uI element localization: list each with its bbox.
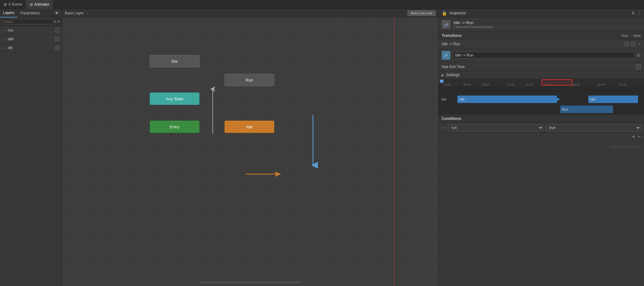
transition-list-row[interactable]: Idle -> Run − [439, 40, 644, 48]
auto-live-link-button[interactable]: Auto Live Link [407, 10, 436, 16]
parameter-list: — run — idle — die [0, 26, 62, 286]
node-run[interactable]: Run [224, 74, 274, 86]
transition-editor-row: ⇄ ⚙ [439, 48, 644, 62]
conditions-title: Conditions [442, 116, 461, 121]
has-exit-time-label: Has Exit Time [442, 65, 633, 69]
param-dash: — [2, 37, 6, 41]
transition-solo-checkbox[interactable] [624, 42, 629, 46]
remove-transition-button[interactable]: − [638, 42, 641, 47]
section-right-labels: Solo Mute [622, 34, 641, 37]
breadcrumb-base-layer[interactable]: Base Layer [65, 11, 84, 15]
settings-collapse-arrow: ▶ [442, 73, 444, 77]
timeline-separator-row [439, 86, 644, 94]
left-panel: Layers Parameters 👁 + ▼ — run — idle [0, 9, 62, 286]
conditions-section: Conditions — run idle die true false + − [439, 115, 644, 141]
animator-canvas[interactable]: Die Run Any State Entry Idle Adventurer/… [62, 17, 438, 286]
condition-remove-button[interactable]: − [637, 134, 641, 140]
scene-icon: ⊞ [4, 2, 7, 7]
timeline-idle-track[interactable]: Idle Idle [457, 94, 644, 104]
transition-editor-icon: ⇄ [442, 51, 450, 60]
transition-info-icon: ⇄ [442, 20, 450, 29]
has-exit-time-row: Has Exit Time [439, 62, 644, 72]
inspector-lock-icon[interactable]: ⇅ [632, 11, 635, 15]
tick-1-10: |1:10 [526, 83, 533, 86]
timeline-idle-label: Idle [439, 97, 457, 101]
inspector-header-icons: ⇅ ⋮ [632, 11, 641, 15]
inspector-menu-icon[interactable]: ⋮ [637, 11, 641, 15]
canvas-footer-path: Adventurer/AnimatorController/PlayerAnim… [200, 280, 300, 284]
param-name-die: die [8, 46, 53, 50]
timeline-selection-ruler [541, 79, 573, 86]
param-search-bar: + ▼ [0, 17, 62, 26]
node-entry[interactable]: Entry [150, 121, 199, 133]
tick-2-10: |2:10 [619, 83, 627, 86]
conditions-footer: + − [439, 133, 644, 141]
timeline-playhead[interactable] [440, 80, 444, 83]
condition-value-select[interactable]: true false [546, 124, 641, 131]
timeline-idle-triangle [554, 96, 560, 103]
transition-sub: 1 AnimatorTransitionBase [454, 25, 493, 29]
red-divider-line [394, 17, 395, 286]
inspector-title: Inspector [449, 11, 466, 15]
timeline-idle-block: Idle [457, 96, 557, 103]
transition-row-name: Idle -> Run [442, 42, 622, 46]
watermark-text: CSDN @xiaoyaoACi [609, 145, 641, 149]
settings-gear-button[interactable]: ⚙ [637, 53, 641, 58]
param-checkbox-run[interactable] [55, 28, 60, 32]
transition-text: Idle -> Run 1 AnimatorTransitionBase [454, 20, 493, 29]
tab-scene[interactable]: ⊞ # Scene [0, 0, 26, 9]
timeline-ruler: 0:00 |0:10 |0:20 |1:00 |1:10 1:s| |4:20 … [439, 79, 644, 86]
add-param-button[interactable]: + ▼ [54, 19, 60, 24]
timeline-run-block: Run [560, 106, 613, 113]
tick-2-00: |2:00 [598, 83, 605, 86]
top-tabs-bar: ⊞ # Scene ◎ Animator [0, 0, 644, 9]
tab-animator[interactable]: ◎ Animator [26, 0, 53, 9]
tick-1-20: |4:20 [573, 83, 580, 86]
scene-tab-label: # Scene [8, 2, 22, 7]
param-dash: — [2, 46, 6, 50]
conditions-row: — run idle die true false [439, 123, 644, 133]
tick-0-20: |0:20 [482, 83, 489, 86]
param-checkbox-idle[interactable] [55, 37, 60, 41]
settings-row[interactable]: ▶ Settings [439, 72, 644, 79]
left-panel-tabs: Layers Parameters 👁 [0, 9, 62, 17]
param-name-run: run [8, 28, 53, 32]
node-any-state[interactable]: Any State [150, 92, 199, 105]
timeline-run-track[interactable]: Run [457, 104, 644, 114]
timeline-row-idle: Idle Idle Idle [439, 94, 644, 104]
cond-dash: — [442, 126, 445, 130]
transition-name-input[interactable] [453, 52, 634, 59]
timeline-idle-block2: Idle [588, 96, 638, 103]
param-item-idle: — idle [0, 35, 62, 43]
timeline-container: 0:00 |0:10 |0:20 |1:00 |1:10 1:s| |4:20 … [439, 79, 644, 115]
transition-mute-checkbox[interactable] [631, 42, 636, 46]
node-die[interactable]: Die [150, 55, 199, 67]
eye-button[interactable]: 👁 [51, 9, 62, 17]
inspector-icon: 🔒 [442, 11, 447, 16]
tick-0-00: 0:00 [444, 83, 451, 86]
transitions-section-title: Transitions [442, 33, 622, 38]
center-panel: Base Layer › Auto Live Link [62, 9, 438, 286]
param-name-idle: idle [8, 37, 53, 41]
right-panel-inspector: 🔒 Inspector ⇅ ⋮ ⇄ Idle -> Run 1 Animator… [438, 9, 644, 286]
param-item-run: — run [0, 26, 62, 35]
tab-parameters[interactable]: Parameters [17, 9, 43, 17]
node-idle[interactable]: Idle [224, 121, 274, 133]
transition-info-row: ⇄ Idle -> Run 1 AnimatorTransitionBase [439, 17, 644, 32]
mute-label: Mute [633, 34, 641, 37]
chevron-down-icon: ▼ [57, 20, 60, 23]
param-item-die: — die [0, 43, 62, 52]
conditions-header: Conditions [439, 115, 644, 123]
tab-layers[interactable]: Layers [0, 9, 17, 17]
condition-param-select[interactable]: run idle die [448, 124, 543, 131]
timeline-track-area: Idle Idle Idle [439, 86, 644, 114]
solo-label: Solo [622, 34, 628, 37]
animator-toolbar: Base Layer › Auto Live Link [62, 9, 438, 17]
animator-tab-label: Animator [34, 2, 49, 7]
search-input[interactable] [2, 19, 53, 24]
condition-add-button[interactable]: + [632, 134, 635, 140]
transition-name: Idle -> Run [454, 20, 493, 25]
watermark-row: CSDN @xiaoyaoACi [439, 141, 644, 150]
has-exit-time-checkbox[interactable] [636, 64, 641, 69]
param-checkbox-die[interactable] [55, 46, 60, 50]
